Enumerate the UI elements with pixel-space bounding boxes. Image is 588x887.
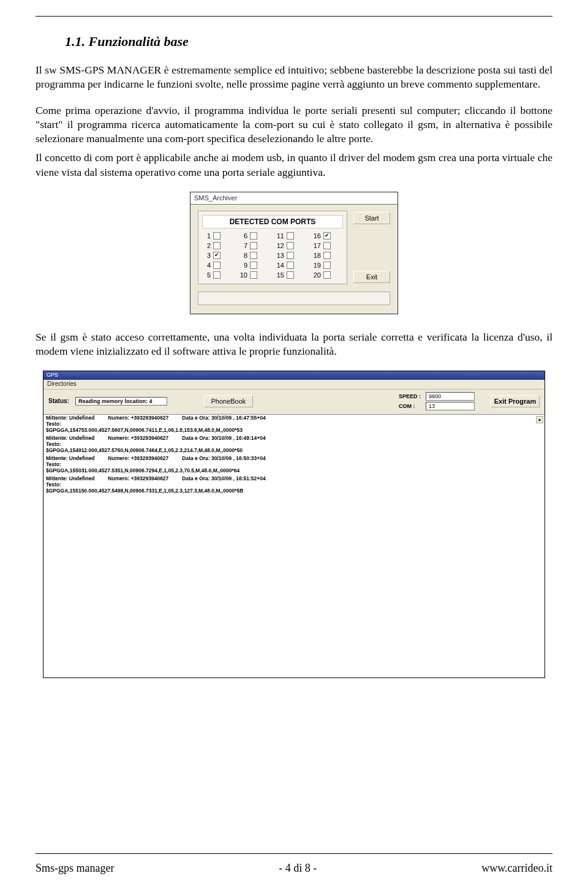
com-port-17[interactable]: 17 [312, 242, 343, 249]
top-rule [36, 16, 552, 17]
com-port-checkbox[interactable] [287, 242, 294, 249]
com-port-checkbox[interactable] [213, 252, 221, 259]
com-port-checkbox[interactable] [250, 262, 257, 269]
figure-sms-archiver: SMS_Archiver DETECTED COM PORTS 16111627… [36, 192, 552, 314]
com-port-checkbox[interactable] [287, 271, 294, 279]
message-testo-label: Testo: [46, 421, 540, 427]
menu-directories[interactable]: Directories [47, 380, 77, 387]
com-port-label: 11 [276, 232, 284, 240]
com-port-checkbox[interactable] [250, 242, 257, 249]
com-value: 13 [426, 402, 475, 410]
footer-center: - 4 di 8 - [279, 862, 317, 875]
com-port-7[interactable]: 7 [239, 242, 270, 249]
com-port-12[interactable]: 12 [276, 242, 306, 249]
com-port-label: 2 [202, 242, 211, 249]
com-port-label: 15 [276, 271, 284, 279]
section-heading: 1.1. Funzionalità base [65, 34, 552, 50]
com-port-8[interactable]: 8 [239, 252, 270, 259]
com-port-checkbox[interactable] [250, 252, 257, 259]
com-port-checkbox[interactable] [213, 262, 221, 269]
paragraph-2: Come prima operazione d'avvio, il progra… [36, 104, 552, 146]
section-number: 1.1. [65, 34, 85, 49]
message-number: Numero: +393293940627 [108, 475, 168, 481]
com-port-checkbox[interactable] [250, 232, 257, 240]
com-port-1[interactable]: 1 [202, 232, 233, 240]
com-port-10[interactable]: 10 [239, 271, 270, 279]
footer-right: www.carrideo.it [481, 862, 552, 875]
com-port-label: 14 [276, 262, 284, 269]
com-port-label: 19 [312, 262, 321, 269]
com-ports-grid: 1611162712173813184914195101520 [202, 232, 343, 279]
status-value: Reading memory location: 4 [75, 397, 167, 406]
com-port-13[interactable]: 13 [276, 252, 306, 259]
com-port-5[interactable]: 5 [202, 271, 233, 279]
dialog-side-buttons: Start Exit [353, 211, 390, 284]
com-port-checkbox[interactable] [250, 271, 257, 279]
com-port-checkbox[interactable] [323, 232, 331, 240]
message-item[interactable]: Mittente: UndefinedNumero: +393293940627… [43, 475, 545, 494]
com-port-19[interactable]: 19 [312, 262, 343, 269]
com-label: COM : [399, 403, 421, 409]
message-item[interactable]: Mittente: UndefinedNumero: +393293940627… [43, 415, 545, 433]
dialog-body: DETECTED COM PORTS 161116271217381318491… [190, 205, 398, 287]
com-port-15[interactable]: 15 [276, 271, 306, 279]
com-port-label: 10 [239, 271, 247, 279]
com-port-20[interactable]: 20 [312, 271, 343, 279]
com-port-label: 12 [276, 242, 284, 249]
com-port-checkbox[interactable] [323, 262, 331, 269]
com-port-2[interactable]: 2 [202, 242, 233, 249]
com-port-14[interactable]: 14 [276, 262, 306, 269]
gps-menubar[interactable]: Directories [43, 380, 545, 390]
dialog-status-bar [198, 292, 390, 305]
com-port-16[interactable]: 16 [312, 232, 343, 240]
message-gpgga: $GPGGA,155150.000,4527.5498,N,00906.7331… [46, 488, 540, 494]
scroll-up-icon[interactable]: ▴ [536, 416, 543, 423]
com-ports-panel: DETECTED COM PORTS 161116271217381318491… [198, 211, 347, 284]
com-port-checkbox[interactable] [213, 271, 221, 279]
paragraph-4: Se il gsm è stato acceso correttamente, … [36, 330, 552, 358]
phonebook-button[interactable]: PhoneBook [204, 395, 253, 407]
message-number: Numero: +393293940627 [108, 455, 168, 461]
message-gpgga: $GPGGA,155031.000,4527.5351,N,00906.7294… [46, 467, 540, 474]
start-button[interactable]: Start [353, 212, 390, 224]
section-title-text: Funzionalità base [89, 34, 189, 49]
com-port-18[interactable]: 18 [312, 252, 343, 259]
exit-button[interactable]: Exit [353, 271, 390, 283]
gps-title: GPS [47, 372, 58, 378]
com-port-checkbox[interactable] [323, 271, 331, 279]
com-port-checkbox[interactable] [213, 232, 221, 240]
com-port-checkbox[interactable] [287, 262, 294, 269]
dialog-titlebar: SMS_Archiver [190, 192, 398, 205]
com-port-label: 3 [202, 252, 211, 259]
message-sender: Mittente: Undefined [46, 475, 94, 481]
speed-value: 9600 [426, 392, 475, 401]
com-port-label: 18 [312, 252, 321, 259]
com-port-checkbox[interactable] [323, 242, 331, 249]
speed-label: SPEED : [399, 393, 421, 399]
com-port-checkbox[interactable] [287, 252, 294, 259]
message-list[interactable]: ▴ Mittente: UndefinedNumero: +3932939406… [43, 414, 545, 678]
com-port-label: 8 [239, 252, 247, 259]
com-port-11[interactable]: 11 [276, 232, 306, 240]
com-port-checkbox[interactable] [287, 232, 294, 240]
dialog-title: SMS_Archiver [194, 194, 237, 202]
message-datetime: Data e Ora: 30/10/09 , 16:47:55+04 [182, 415, 265, 421]
message-item[interactable]: Mittente: UndefinedNumero: +393293940627… [43, 435, 545, 453]
message-datetime: Data e Ora: 30/10/09 , 16:51:52+04 [182, 475, 265, 481]
message-testo-label: Testo: [46, 441, 540, 447]
message-sender: Mittente: Undefined [46, 415, 94, 421]
connection-info: SPEED : 9600 COM : 13 [399, 392, 475, 410]
exit-program-button[interactable]: Exit Program [491, 395, 540, 407]
message-item[interactable]: Mittente: UndefinedNumero: +393293940627… [43, 455, 545, 474]
message-gpgga: $GPGGA,154912.000,4527.5760,N,00906.7464… [46, 447, 540, 453]
com-port-3[interactable]: 3 [202, 252, 233, 259]
com-port-checkbox[interactable] [323, 252, 331, 259]
com-port-6[interactable]: 6 [239, 232, 270, 240]
com-port-4[interactable]: 4 [202, 262, 233, 269]
com-port-label: 1 [202, 232, 211, 240]
com-port-9[interactable]: 9 [239, 262, 270, 269]
message-sender: Mittente: Undefined [46, 455, 94, 461]
com-port-checkbox[interactable] [213, 242, 221, 249]
document-page: 1.1. Funzionalità base Il sw SMS-GPS MAN… [0, 0, 588, 887]
com-port-label: 16 [312, 232, 321, 240]
